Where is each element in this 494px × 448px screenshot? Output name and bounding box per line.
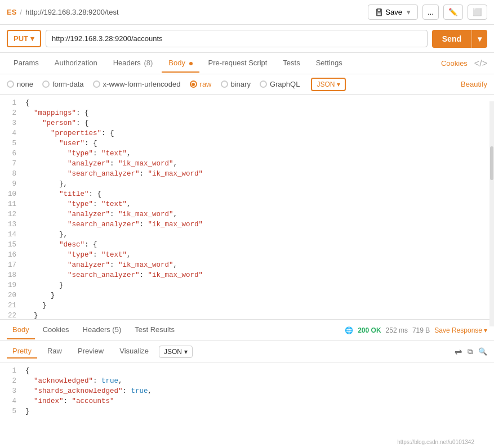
radio-graphql[interactable]: GraphQL [260, 80, 300, 88]
radio-binary[interactable]: binary [221, 80, 251, 88]
radio-urlencoded[interactable]: x-www-form-urlencoded [93, 80, 181, 88]
tab-params[interactable]: Params [7, 54, 46, 73]
code-line: 17 "analyzer": "ik_max_word", [0, 261, 494, 271]
line-content: "analyzer": "ik_max_word", [25, 210, 494, 221]
radio-none-label: none [17, 80, 33, 88]
line-number: 4 [0, 397, 25, 407]
line-number: 9 [0, 180, 25, 190]
radio-dot-raw [190, 80, 197, 88]
tab-headers[interactable]: Headers (8) [106, 54, 160, 73]
resp-format-visualize[interactable]: Visualize [114, 344, 154, 359]
slash-code-icon: </> [474, 59, 487, 69]
code-line: 9 }, [0, 180, 494, 190]
resp-format-preview[interactable]: Preview [72, 344, 109, 359]
line-content: "type": "text", [25, 251, 494, 261]
status-time: 252 ms [386, 326, 408, 334]
radio-form-data[interactable]: form-data [42, 80, 84, 88]
top-url: http://192.168.3.28:9200/test [25, 8, 119, 16]
line-content: "person": { [25, 119, 494, 129]
save-button[interactable]: Save ▾ [368, 5, 418, 20]
radio-binary-label: binary [231, 80, 251, 88]
resp-format-raw[interactable]: Raw [42, 344, 68, 359]
code-line: 16 "type": "text", [0, 251, 494, 261]
line-number: 19 [0, 281, 25, 292]
resp-json-select[interactable]: JSON ▾ [159, 346, 193, 358]
tab-body[interactable]: Body [162, 54, 199, 73]
scrollbar-thumb[interactable] [490, 146, 493, 180]
line-number: 4 [0, 129, 25, 140]
line-content: "search_analyzer": "ik_max_word" [25, 221, 494, 231]
tab-settings[interactable]: Settings [309, 54, 349, 73]
tab-tests[interactable]: Tests [276, 54, 306, 73]
radio-dot-binary [221, 80, 228, 88]
code-line: 21 } [0, 302, 494, 312]
line-number: 11 [0, 200, 25, 210]
code-editor[interactable]: 1{2 "mappings": {3 "person": {4 "propert… [0, 95, 494, 320]
send-arrow-icon[interactable]: ▾ [471, 30, 487, 48]
resp-tab-cookies[interactable]: Cookies [37, 321, 75, 339]
radio-raw[interactable]: raw [190, 80, 212, 88]
line-content: "index": "accounts" [25, 397, 494, 407]
json-format-select[interactable]: JSON ▾ [311, 78, 346, 91]
tabs-row: Params Authorization Headers (8) Body Pr… [0, 53, 494, 74]
line-content: "acknowledged": true, [25, 377, 494, 387]
line-content: "user": { [25, 140, 494, 150]
resp-json-chevron-icon: ▾ [184, 348, 188, 356]
resp-tab-headers[interactable]: Headers (5) [77, 321, 127, 339]
method-label: PUT [14, 34, 28, 43]
wrap-icon[interactable]: ⇌ [455, 346, 462, 357]
more-button[interactable]: ... [422, 5, 439, 20]
resp-code-line: 3 "shards_acknowledged": true, [0, 387, 494, 397]
line-content: "shards_acknowledged": true, [25, 387, 494, 397]
resp-code-line: 5} [0, 407, 494, 418]
code-line: 2 "mappings": { [0, 109, 494, 119]
code-line: 13 "search_analyzer": "ik_max_word" [0, 221, 494, 231]
line-content: "mappings": { [25, 109, 494, 119]
edit-button[interactable]: ✏️ [443, 5, 463, 20]
line-content: "analyzer": "ik_max_word", [25, 261, 494, 271]
resp-code-line: 2 "acknowledged": true, [0, 377, 494, 387]
tab-name[interactable]: ES [7, 8, 16, 16]
line-number: 8 [0, 170, 25, 180]
line-number: 5 [0, 407, 25, 418]
send-button[interactable]: Send ▾ [432, 30, 487, 48]
code-button[interactable]: ⬜ [468, 5, 487, 20]
beautify-link[interactable]: Beautify [461, 80, 487, 88]
line-number: 22 [0, 312, 25, 320]
resp-format-pretty[interactable]: Pretty [7, 344, 37, 359]
radio-none[interactable]: none [7, 80, 33, 88]
code-line: 15 "desc": { [0, 241, 494, 251]
copy-icon[interactable]: ⧉ [468, 347, 473, 356]
url-input[interactable] [46, 30, 428, 47]
save-response-button[interactable]: Save Response ▾ [434, 326, 487, 334]
response-status: 🌐 200 OK 252 ms 719 B Save Response ▾ [345, 326, 487, 334]
line-content: "properties": { [25, 129, 494, 140]
search-icon[interactable]: 🔍 [478, 347, 487, 356]
code-line: 14 }, [0, 231, 494, 241]
resp-tab-body[interactable]: Body [7, 321, 35, 339]
tab-prerequest[interactable]: Pre-request Script [202, 54, 274, 73]
body-type-row: none form-data x-www-form-urlencoded raw… [0, 74, 494, 95]
top-bar-left: ES / http://192.168.3.28:9200/test [7, 8, 119, 16]
code-line: 10 "title": { [0, 190, 494, 200]
more-label: ... [428, 8, 434, 16]
scrollbar-track[interactable] [489, 101, 494, 326]
radio-graphql-label: GraphQL [270, 80, 300, 88]
line-content: }, [25, 180, 494, 190]
method-select[interactable]: PUT ▾ [7, 30, 41, 47]
resp-tab-test-results[interactable]: Test Results [129, 321, 180, 339]
radio-form-data-label: form-data [52, 80, 84, 88]
send-label: Send [432, 30, 471, 48]
json-select-label: JSON [317, 80, 335, 88]
line-number: 1 [0, 367, 25, 377]
response-area: Body Cookies Headers (5) Test Results 🌐 … [0, 320, 494, 430]
code-line: 6 "type": "text", [0, 150, 494, 160]
code-icon: ⬜ [473, 8, 482, 16]
code-line: 11 "type": "text", [0, 200, 494, 210]
tab-authorization[interactable]: Authorization [48, 54, 104, 73]
radio-raw-label: raw [200, 80, 212, 88]
code-line: 12 "analyzer": "ik_max_word", [0, 210, 494, 221]
cookies-link[interactable]: Cookies [441, 59, 468, 68]
line-number: 20 [0, 292, 25, 302]
line-content: "type": "text", [25, 150, 494, 160]
